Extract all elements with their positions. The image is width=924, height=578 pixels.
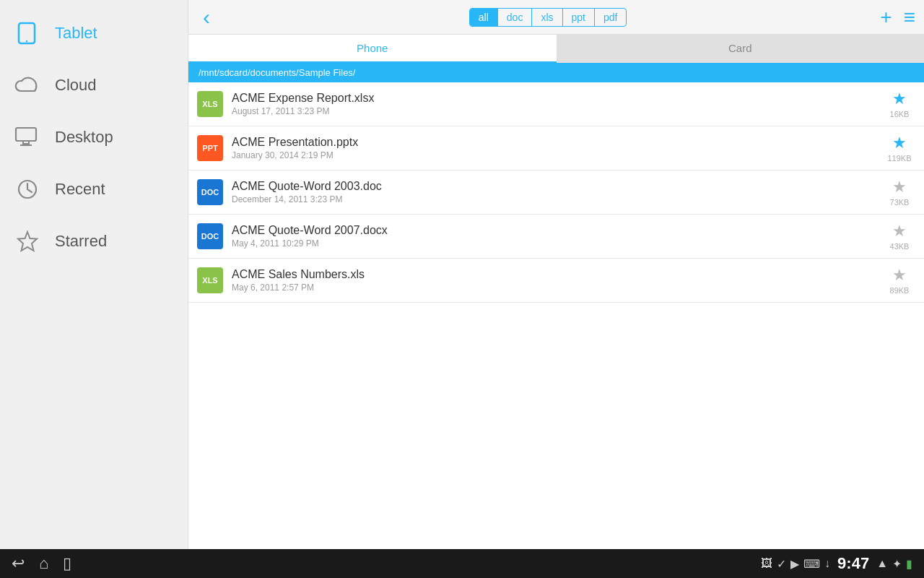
file-type-badge-xls: XLS <box>197 91 223 117</box>
filter-pdf[interactable]: pdf <box>595 9 626 26</box>
recent-icon <box>14 176 40 202</box>
star-outline-icon <box>14 228 40 254</box>
file-info: ACME Presentation.pptx January 30, 2014 … <box>232 136 875 160</box>
sidebar-label-tablet: Tablet <box>55 24 97 43</box>
filter-group: all doc xls ppt pdf <box>469 8 627 27</box>
battery-icon: ▮ <box>906 557 912 571</box>
star-button[interactable]: ★ <box>892 90 907 108</box>
back-button[interactable]: ‹ <box>197 2 216 33</box>
star-button[interactable]: ★ <box>892 134 907 152</box>
file-name: ACME Sales Numbers.xls <box>232 268 875 281</box>
tab-phone[interactable]: Phone <box>188 35 557 63</box>
svg-rect-3 <box>23 141 29 144</box>
star-button[interactable]: ★ <box>892 222 907 241</box>
filter-xls[interactable]: xls <box>532 9 562 26</box>
sidebar-label-desktop: Desktop <box>55 128 113 147</box>
file-type-badge-doc: DOC <box>197 179 223 205</box>
file-name: ACME Presentation.pptx <box>232 136 875 149</box>
download-icon: ↓ <box>824 557 830 570</box>
cloud-icon <box>14 72 40 98</box>
sidebar-item-desktop[interactable]: Desktop <box>0 111 188 163</box>
sidebar-item-recent[interactable]: Recent <box>0 163 188 215</box>
file-size: 119KB <box>887 154 911 163</box>
tablet-icon <box>14 20 40 46</box>
star-button[interactable]: ★ <box>892 266 907 285</box>
home-nav-button[interactable]: ⌂ <box>39 554 48 573</box>
file-name: ACME Quote-Word 2003.doc <box>232 180 875 193</box>
file-star-area: ★ 16KB <box>884 90 915 118</box>
tab-card[interactable]: Card <box>557 35 925 63</box>
file-date: August 17, 2011 3:23 PM <box>232 106 875 116</box>
connectivity-icons: ▲ ✦ ▮ <box>876 557 912 571</box>
table-row[interactable]: XLS ACME Sales Numbers.xls May 6, 2011 2… <box>188 259 924 303</box>
star-button[interactable]: ★ <box>892 178 907 197</box>
main-content: ‹ all doc xls ppt pdf + ≡ Phone Card /mn… <box>188 0 924 549</box>
statusbar: ↩ ⌂ ▯ 🖼 ✓ ▶ ⌨ ↓ 9:47 ▲ ✦ ▮ <box>0 549 924 578</box>
file-size: 16KB <box>890 110 910 118</box>
file-info: ACME Expense Report.xlsx August 17, 2011… <box>232 92 875 116</box>
file-type-badge-ppt: PPT <box>197 135 223 161</box>
file-info: ACME Sales Numbers.xls May 6, 2011 2:57 … <box>232 268 875 293</box>
bluetooth-icon: ✦ <box>892 557 902 571</box>
table-row[interactable]: PPT ACME Presentation.pptx January 30, 2… <box>188 126 924 171</box>
statusbar-right: 🖼 ✓ ▶ ⌨ ↓ 9:47 ▲ ✦ ▮ <box>761 554 912 573</box>
sidebar-label-cloud: Cloud <box>55 76 96 95</box>
topbar-right: + ≡ <box>880 6 915 29</box>
filter-ppt[interactable]: ppt <box>563 9 595 26</box>
status-time: 9:47 <box>837 554 869 573</box>
file-info: ACME Quote-Word 2003.doc December 14, 20… <box>232 180 875 204</box>
file-type-badge-xls: XLS <box>197 267 223 293</box>
file-star-area: ★ 43KB <box>884 222 915 251</box>
sidebar-item-starred[interactable]: Starred <box>0 215 188 267</box>
table-row[interactable]: DOC ACME Quote-Word 2003.doc December 14… <box>188 171 924 215</box>
svg-rect-0 <box>19 23 35 43</box>
file-size: 89KB <box>890 286 910 295</box>
tab-bar: Phone Card <box>188 35 924 63</box>
topbar: ‹ all doc xls ppt pdf + ≡ <box>188 0 924 35</box>
filter-doc[interactable]: doc <box>498 9 533 26</box>
task-icon: ✓ <box>777 557 786 571</box>
back-nav-button[interactable]: ↩ <box>12 554 25 573</box>
status-icons: 🖼 ✓ ▶ ⌨ ↓ <box>761 557 830 571</box>
filter-all[interactable]: all <box>470 9 498 26</box>
svg-point-1 <box>26 40 27 42</box>
svg-rect-2 <box>16 128 36 141</box>
image-icon: 🖼 <box>761 557 772 570</box>
play-icon: ▶ <box>790 557 799 571</box>
file-name: ACME Expense Report.xlsx <box>232 92 875 105</box>
keyboard-icon: ⌨ <box>803 557 820 571</box>
sidebar: Tablet Cloud Desktop Recent <box>0 0 188 549</box>
svg-marker-6 <box>18 232 37 251</box>
file-date: December 14, 2011 3:23 PM <box>232 194 875 204</box>
file-date: January 30, 2014 2:19 PM <box>232 150 875 160</box>
file-info: ACME Quote-Word 2007.docx May 4, 2011 10… <box>232 224 875 249</box>
menu-button[interactable]: ≡ <box>904 6 915 29</box>
table-row[interactable]: DOC ACME Quote-Word 2007.docx May 4, 201… <box>188 215 924 259</box>
file-star-area: ★ 89KB <box>884 266 915 295</box>
table-row[interactable]: XLS ACME Expense Report.xlsx August 17, … <box>188 82 924 126</box>
breadcrumb: /mnt/sdcard/documents/Sample Files/ <box>188 63 924 82</box>
wifi-icon: ▲ <box>876 557 888 570</box>
sidebar-item-cloud[interactable]: Cloud <box>0 59 188 111</box>
recents-nav-button[interactable]: ▯ <box>63 554 71 573</box>
desktop-icon <box>14 124 40 150</box>
file-size: 43KB <box>890 242 910 251</box>
file-type-badge-doc: DOC <box>197 223 223 249</box>
file-star-area: ★ 73KB <box>884 178 915 207</box>
file-name: ACME Quote-Word 2007.docx <box>232 224 875 237</box>
add-button[interactable]: + <box>880 6 892 29</box>
file-size: 73KB <box>890 198 910 207</box>
sidebar-item-tablet[interactable]: Tablet <box>0 7 188 59</box>
file-date: May 4, 2011 10:29 PM <box>232 238 875 249</box>
file-star-area: ★ 119KB <box>884 134 915 163</box>
sidebar-label-starred: Starred <box>55 232 107 251</box>
nav-buttons: ↩ ⌂ ▯ <box>12 554 71 573</box>
file-list: XLS ACME Expense Report.xlsx August 17, … <box>188 82 924 549</box>
topbar-left: ‹ <box>197 2 216 33</box>
file-date: May 6, 2011 2:57 PM <box>232 282 875 293</box>
sidebar-label-recent: Recent <box>55 180 105 199</box>
